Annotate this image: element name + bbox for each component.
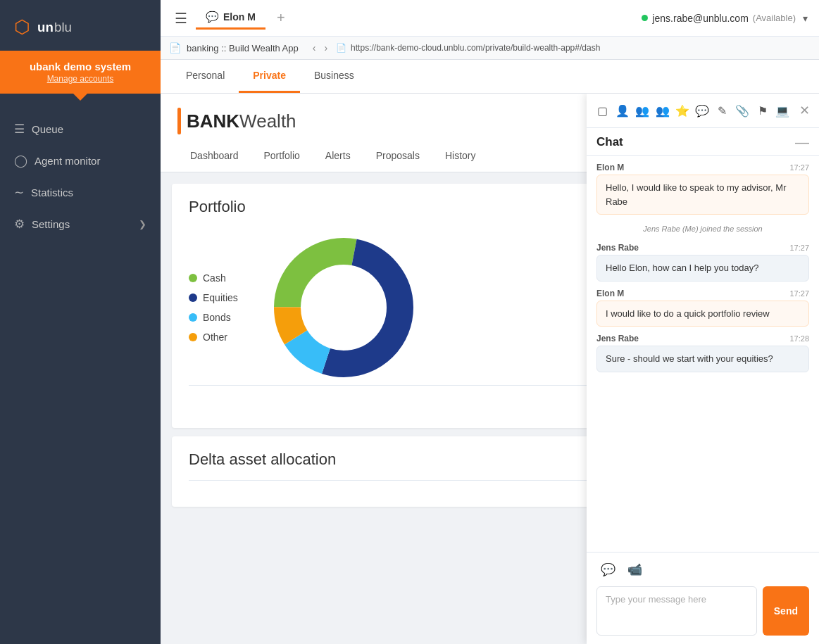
donut-center bbox=[301, 265, 386, 350]
legend-label-equities: Equities bbox=[203, 292, 238, 303]
bank-name-bold: BANK bbox=[187, 111, 239, 132]
browser-nav: ‹ › bbox=[310, 41, 330, 55]
sub-nav-dashboard[interactable]: Dashboard bbox=[177, 141, 251, 172]
tab-personal[interactable]: Personal bbox=[172, 60, 239, 93]
sidebar-item-label-statistics: Statistics bbox=[31, 187, 73, 198]
url-icon: 📄 bbox=[336, 43, 346, 53]
legend-label-other: Other bbox=[203, 332, 227, 343]
msg-bubble-2: Hello Elon, how can I help you today? bbox=[596, 255, 809, 282]
chat-actions: 💬 📹 bbox=[587, 552, 819, 583]
chat-input-area: Send bbox=[587, 583, 819, 644]
back-button[interactable]: ‹ bbox=[310, 41, 319, 55]
sub-nav-history[interactable]: History bbox=[432, 141, 489, 172]
chat-messages: Elon M 17:27 Hello, I would like to spea… bbox=[587, 156, 819, 552]
msg-time-1: 17:27 bbox=[789, 163, 809, 172]
browser-bar: 📄 banking :: Build Wealth App ‹ › 📄 http… bbox=[161, 37, 819, 60]
attachment-icon[interactable]: 📎 bbox=[734, 99, 751, 122]
tab-label: Elon M bbox=[223, 11, 256, 23]
sidebar-item-queue[interactable]: ☰ Queue bbox=[0, 113, 161, 145]
close-icon[interactable]: ✕ bbox=[797, 101, 812, 120]
screen-share-icon[interactable]: ▢ bbox=[594, 99, 611, 122]
forward-button[interactable]: › bbox=[321, 41, 330, 55]
legend-dot-bonds bbox=[189, 313, 197, 322]
logo-area: ⬡ un blu bbox=[0, 0, 161, 51]
legend-dot-equities bbox=[189, 293, 197, 302]
user-system-name: ubank demo system bbox=[14, 61, 146, 72]
donut-chart bbox=[266, 230, 421, 385]
statistics-icon: ∼ bbox=[14, 185, 24, 200]
settings-chevron-icon: ❯ bbox=[139, 219, 146, 229]
people-icon[interactable]: 👥 bbox=[634, 99, 651, 122]
monitor-icon[interactable]: 💻 bbox=[774, 99, 791, 122]
msg-time-3: 17:27 bbox=[789, 289, 809, 298]
msg-bubble-1: Hello, I would like to speak to my advis… bbox=[596, 175, 809, 215]
tab-private[interactable]: Private bbox=[239, 60, 300, 93]
user-section: ubank demo system Manage accounts bbox=[0, 51, 161, 94]
status-label: (Available) bbox=[753, 13, 796, 23]
sub-nav-proposals[interactable]: Proposals bbox=[363, 141, 432, 172]
sub-nav-alerts[interactable]: Alerts bbox=[313, 141, 363, 172]
person-icon[interactable]: 👤 bbox=[613, 99, 630, 122]
legend-item-cash: Cash bbox=[189, 272, 238, 284]
message-input[interactable] bbox=[596, 586, 757, 636]
browser-title: banking :: Build Wealth App bbox=[187, 43, 299, 53]
chat-header: Chat — bbox=[587, 128, 819, 156]
sidebar-item-statistics[interactable]: ∼ Statistics bbox=[0, 177, 161, 208]
flag-icon[interactable]: ⚑ bbox=[754, 99, 771, 122]
user-status: jens.rabe@unblu.com (Available) ▾ bbox=[642, 13, 808, 24]
topbar-dropdown-icon[interactable]: ▾ bbox=[803, 13, 808, 24]
group-add-icon[interactable]: 👥 bbox=[654, 99, 670, 122]
svg-text:blu: blu bbox=[54, 20, 72, 34]
sidebar-item-label-agent-monitor: Agent monitor bbox=[35, 155, 100, 167]
queue-icon: ☰ bbox=[14, 122, 25, 137]
sidebar-item-agent-monitor[interactable]: ◯ Agent monitor bbox=[0, 145, 161, 177]
chat-mode-button[interactable]: 💬 bbox=[596, 558, 619, 581]
minimize-icon[interactable]: — bbox=[795, 135, 809, 149]
bank-bar-accent bbox=[177, 108, 181, 134]
sub-nav-portfolio[interactable]: Portfolio bbox=[251, 141, 313, 172]
content-area: BANK Wealth Dashboard Portfolio Alerts P… bbox=[161, 94, 819, 644]
msg-time-4: 17:28 bbox=[789, 334, 809, 343]
message-2: Jens Rabe 17:27 Hello Elon, how can I he… bbox=[596, 243, 809, 282]
send-button[interactable]: Send bbox=[763, 586, 809, 636]
session-tab[interactable]: 💬 Elon M bbox=[196, 6, 265, 30]
tab-chat-icon: 💬 bbox=[206, 11, 219, 23]
portfolio-legend: Cash Equities Bonds Other bbox=[189, 272, 238, 343]
cursor-icon: ⬡ bbox=[14, 16, 30, 38]
video-mode-button[interactable]: 📹 bbox=[623, 558, 646, 581]
url-row: 📄 https://bank-demo-cloud.unblu.com/priv… bbox=[336, 43, 600, 53]
chat-bubble-icon[interactable]: 💬 bbox=[694, 99, 711, 122]
message-4: Jens Rabe 17:28 Sure - should we start w… bbox=[596, 334, 809, 372]
sidebar-item-settings[interactable]: ⚙ Settings ❯ bbox=[0, 208, 161, 240]
chat-title: Chat bbox=[596, 135, 623, 149]
sidebar-item-label-queue: Queue bbox=[32, 123, 63, 135]
sidebar-nav: ☰ Queue ◯ Agent monitor ∼ Statistics ⚙ S… bbox=[0, 113, 161, 644]
msg-sender-2: Jens Rabe bbox=[596, 243, 639, 253]
tab-business[interactable]: Business bbox=[300, 60, 368, 93]
url-text: https://bank-demo-cloud.unblu.com/privat… bbox=[351, 43, 600, 53]
msg-sender-4: Jens Rabe bbox=[596, 334, 639, 343]
legend-dot-cash bbox=[189, 274, 197, 282]
message-1: Elon M 17:27 Hello, I would like to spea… bbox=[596, 163, 809, 215]
chat-toolbar: ▢ 👤 👥 👥 ⭐ 💬 ✎ 📎 ⚑ 💻 ✕ bbox=[587, 94, 819, 128]
topbar: ☰ 💬 Elon M + jens.rabe@unblu.com (Availa… bbox=[161, 0, 819, 37]
main-area: ☰ 💬 Elon M + jens.rabe@unblu.com (Availa… bbox=[161, 0, 819, 644]
sidebar: ⬡ un blu ubank demo system Manage accoun… bbox=[0, 0, 161, 644]
edit-icon[interactable]: ✎ bbox=[714, 99, 731, 122]
msg-sender-3: Elon M bbox=[596, 289, 624, 298]
message-3: Elon M 17:27 I would like to do a quick … bbox=[596, 289, 809, 327]
msg-bubble-3: I would like to do a quick portfolio rev… bbox=[596, 301, 809, 327]
legend-item-bonds: Bonds bbox=[189, 312, 238, 323]
legend-dot-other bbox=[189, 333, 197, 341]
legend-item-other: Other bbox=[189, 332, 238, 343]
star-group-icon[interactable]: ⭐ bbox=[674, 99, 691, 122]
svg-text:un: un bbox=[37, 20, 54, 34]
add-tab-button[interactable]: + bbox=[271, 7, 291, 29]
sidebar-item-label-settings: Settings bbox=[32, 218, 70, 230]
manage-accounts-link[interactable]: Manage accounts bbox=[14, 74, 146, 84]
hamburger-icon[interactable]: ☰ bbox=[172, 7, 190, 30]
settings-icon: ⚙ bbox=[14, 217, 25, 232]
legend-label-bonds: Bonds bbox=[203, 312, 231, 323]
status-online-dot bbox=[642, 15, 648, 21]
user-email: jens.rabe@unblu.com bbox=[652, 13, 748, 24]
